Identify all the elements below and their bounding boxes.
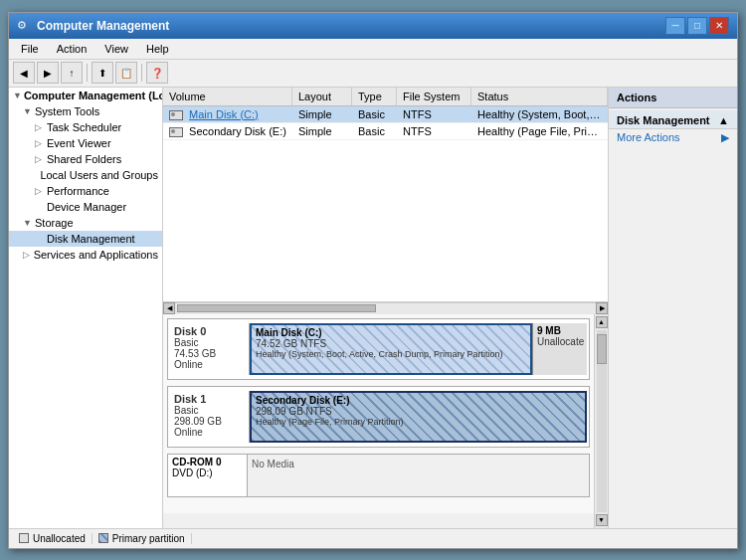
sidebar-item-services[interactable]: ▷ Services and Applications xyxy=(9,247,162,263)
cdrom-drive: DVD (D:) xyxy=(172,467,243,478)
table-row[interactable]: Main Disk (C:) Simple Basic NTFS Healthy… xyxy=(163,106,608,123)
expand-icon: ▷ xyxy=(35,186,45,196)
disk-info-0: Disk 0 Basic 74.53 GB Online xyxy=(170,323,250,375)
sidebar-item-shared-folders[interactable]: ▷ Shared Folders xyxy=(9,151,162,167)
disk-type-0: Basic xyxy=(174,337,245,348)
disk-icon xyxy=(169,110,183,120)
menu-action[interactable]: Action xyxy=(49,41,95,57)
minimize-button[interactable]: ─ xyxy=(665,17,685,35)
sidebar-system-tools-label: System Tools xyxy=(35,105,99,117)
expand-icon: ▷ xyxy=(23,250,32,260)
cdrom-info: CD-ROM 0 DVD (D:) xyxy=(168,455,248,496)
legend-unallocated: Unallocated xyxy=(13,533,93,544)
legend-primary: Primary partition xyxy=(93,533,192,544)
show-hide-button[interactable]: ⬆ xyxy=(92,62,113,84)
legend-unalloc-label: Unallocated xyxy=(33,533,86,544)
more-actions-link[interactable]: More Actions ▶ xyxy=(609,129,737,146)
partition-status-e: Healthy (Page File, Primary Partition) xyxy=(256,417,581,427)
list-scrollbar-h[interactable]: ◀ ▶ xyxy=(163,302,608,314)
up-button[interactable]: ↑ xyxy=(61,62,83,84)
disk-block-0: Disk 0 Basic 74.53 GB Online Main Disk (… xyxy=(167,318,590,380)
scroll-left-button[interactable]: ◀ xyxy=(163,302,175,314)
scroll-thumb-h[interactable] xyxy=(177,304,376,312)
center-panel: Volume Layout Type File System Status Ma… xyxy=(163,88,608,528)
legend-unalloc-box xyxy=(19,533,29,543)
col-header-fs[interactable]: File System xyxy=(397,88,471,105)
partition-size-e: 298.09 GB NTFS xyxy=(256,406,581,417)
expand-icon: ▼ xyxy=(23,218,33,228)
menu-view[interactable]: View xyxy=(96,41,136,57)
sidebar-event-viewer-label: Event Viewer xyxy=(47,137,111,149)
scroll-thumb-v[interactable] xyxy=(597,334,607,364)
sidebar-item-performance[interactable]: ▷ Performance xyxy=(9,183,162,199)
sidebar-shared-folders-label: Shared Folders xyxy=(47,153,121,165)
disk-icon xyxy=(169,127,183,137)
status-bar: Unallocated Primary partition xyxy=(9,528,737,548)
scroll-down-button[interactable]: ▼ xyxy=(596,514,608,526)
sidebar-item-event-viewer[interactable]: ▷ Event Viewer xyxy=(9,135,162,151)
toolbar: ◀ ▶ ↑ ⬆ 📋 ❓ xyxy=(9,60,737,88)
window-title: Computer Management xyxy=(37,19,169,33)
volume-name-0: Main Disk (C:) xyxy=(189,108,259,120)
disk-partition-e[interactable]: Secondary Disk (E:) 298.09 GB NTFS Healt… xyxy=(250,391,587,443)
cell-volume-1: Secondary Disk (E:) xyxy=(163,123,292,139)
cdrom-content: No Media xyxy=(248,455,589,496)
sidebar-item-device-manager[interactable]: Device Manager xyxy=(9,199,162,215)
scroll-up-button[interactable]: ▲ xyxy=(596,316,608,328)
expand-icon: ▷ xyxy=(35,122,45,132)
table-row[interactable]: Secondary Disk (E:) Simple Basic NTFS He… xyxy=(163,123,608,140)
sidebar-performance-label: Performance xyxy=(47,185,109,197)
menu-help[interactable]: Help xyxy=(138,41,177,57)
help-button[interactable]: ❓ xyxy=(146,62,168,84)
maximize-button[interactable]: □ xyxy=(687,17,707,35)
app-icon: ⚙ xyxy=(17,19,31,33)
sidebar-local-users-label: Local Users and Groups xyxy=(40,169,158,181)
cell-layout-1: Simple xyxy=(292,123,352,139)
col-header-layout[interactable]: Layout xyxy=(292,88,352,105)
col-header-volume[interactable]: Volume xyxy=(163,88,292,105)
disk-size-0: 74.53 GB xyxy=(174,348,245,359)
col-header-status[interactable]: Status xyxy=(471,88,608,105)
toolbar-separator-2 xyxy=(141,64,142,82)
cdrom-bar: CD-ROM 0 DVD (D:) No Media xyxy=(168,455,589,496)
disk-id-0: Disk 0 xyxy=(174,325,245,337)
cell-type-0: Basic xyxy=(352,106,397,122)
sidebar-item-local-users[interactable]: Local Users and Groups xyxy=(9,167,162,183)
sidebar-item-storage[interactable]: ▼ Storage xyxy=(9,215,162,231)
scroll-right-button[interactable]: ▶ xyxy=(596,302,608,314)
disk-partition-unalloc[interactable]: 9 MB Unallocate xyxy=(532,323,587,375)
cell-status-1: Healthy (Page File, Primary Partition) xyxy=(471,123,608,139)
actions-section: Disk Management ▲ More Actions ▶ xyxy=(609,108,737,148)
back-button[interactable]: ◀ xyxy=(13,62,35,84)
close-button[interactable]: ✕ xyxy=(709,17,729,35)
col-header-type[interactable]: Type xyxy=(352,88,397,105)
sidebar-device-manager-label: Device Manager xyxy=(47,201,126,213)
expand-icon: ▷ xyxy=(35,138,45,148)
disk-block-1: Disk 1 Basic 298.09 GB Online Secondary … xyxy=(167,386,590,448)
sidebar-root[interactable]: ▼ Computer Management (Local xyxy=(9,88,162,103)
disk-type-1: Basic xyxy=(174,405,245,416)
main-window: ⚙ Computer Management ─ □ ✕ File Action … xyxy=(8,12,738,549)
disk-map-scrollbar-v[interactable]: ▲ ▼ xyxy=(594,314,608,528)
disk-partition-c[interactable]: Main Disk (C:) 74.52 GB NTFS Healthy (Sy… xyxy=(250,323,532,375)
expand-icon: ▷ xyxy=(35,154,45,164)
unalloc-size: 9 MB xyxy=(537,325,583,336)
sidebar-item-task-scheduler[interactable]: ▷ Task Scheduler xyxy=(9,119,162,135)
chevron-right-icon: ▶ xyxy=(721,131,729,144)
properties-button[interactable]: 📋 xyxy=(115,62,137,84)
sidebar-item-disk-management[interactable]: Disk Management xyxy=(9,231,162,247)
expand-icon: ▼ xyxy=(13,91,22,100)
scroll-track-v xyxy=(597,330,607,512)
cdrom-status: No Media xyxy=(252,459,585,469)
sidebar-item-system-tools[interactable]: ▼ System Tools xyxy=(9,103,162,119)
disk-status-0: Online xyxy=(174,359,245,370)
cell-volume-0: Main Disk (C:) xyxy=(163,106,292,122)
more-actions-label: More Actions xyxy=(617,131,680,143)
disk-info-1: Disk 1 Basic 298.09 GB Online xyxy=(170,391,250,443)
forward-button[interactable]: ▶ xyxy=(37,62,59,84)
disk-status-1: Online xyxy=(174,427,245,438)
cell-fs-0: NTFS xyxy=(397,106,471,122)
menu-file[interactable]: File xyxy=(13,41,47,57)
title-bar: ⚙ Computer Management ─ □ ✕ xyxy=(9,13,737,39)
disk-size-1: 298.09 GB xyxy=(174,416,245,427)
